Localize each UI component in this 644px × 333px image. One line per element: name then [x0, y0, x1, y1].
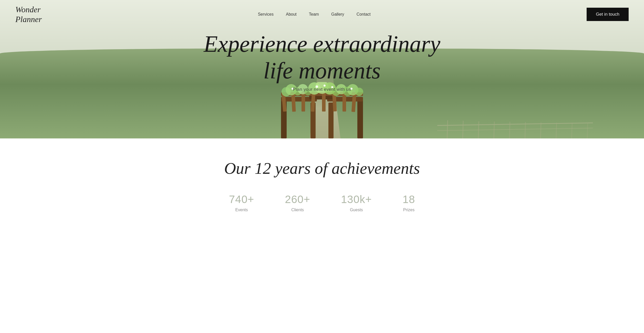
- svg-rect-15: [351, 93, 356, 112]
- svg-line-43: [556, 123, 557, 138]
- get-in-touch-button[interactable]: Get in touch: [587, 8, 629, 21]
- svg-rect-3: [328, 103, 334, 138]
- hero-fence: [386, 118, 644, 138]
- stats-section: Our 12 years of achievements 740+ Events…: [0, 138, 644, 228]
- stat-item-guests: 130k+ Guests: [341, 193, 372, 212]
- hero-title-line2: life moments: [263, 58, 380, 83]
- svg-rect-12: [322, 93, 326, 112]
- stats-grid: 740+ Events 260+ Clients 130k+ Guests 18…: [15, 193, 629, 212]
- hero-title-line1: Experience extraordinary: [204, 31, 440, 57]
- svg-rect-1: [357, 97, 363, 138]
- stat-label-guests: Guests: [350, 208, 363, 212]
- nav-item-services[interactable]: Services: [258, 12, 274, 17]
- logo-line2: Planner: [15, 15, 42, 24]
- nav-item-team[interactable]: Team: [309, 12, 319, 17]
- svg-rect-10: [302, 93, 305, 112]
- nav-link-services[interactable]: Services: [258, 12, 274, 16]
- stat-number-events: 740+: [229, 193, 254, 206]
- stat-item-prizes: 18 Prizes: [403, 193, 415, 212]
- svg-line-36: [447, 120, 448, 138]
- svg-line-34: [437, 123, 593, 125]
- svg-line-35: [437, 128, 593, 131]
- navbar: Wonder Planner Services About Team Galle…: [0, 0, 644, 29]
- logo-line1: Wonder: [15, 5, 40, 14]
- svg-line-42: [541, 122, 541, 138]
- stat-label-prizes: Prizes: [403, 208, 414, 212]
- stat-number-guests: 130k+: [341, 193, 372, 206]
- svg-line-41: [525, 122, 526, 138]
- hero-subtitle: Plan your next event with us: [0, 87, 644, 92]
- stat-number-clients: 260+: [285, 193, 310, 206]
- svg-line-38: [478, 121, 479, 138]
- stat-number-prizes: 18: [403, 193, 415, 206]
- hero-title: Experience extraordinary life moments: [0, 31, 644, 84]
- stat-item-events: 740+ Events: [229, 193, 254, 212]
- svg-line-45: [587, 123, 588, 138]
- stat-label-events: Events: [235, 208, 248, 212]
- svg-line-44: [572, 123, 572, 138]
- nav-item-contact[interactable]: Contact: [357, 12, 371, 17]
- stat-label-clients: Clients: [291, 208, 304, 212]
- svg-rect-9: [291, 93, 296, 112]
- svg-line-40: [510, 122, 510, 138]
- svg-rect-14: [342, 93, 346, 112]
- stat-item-clients: 260+ Clients: [285, 193, 310, 212]
- nav-link-contact[interactable]: Contact: [357, 12, 371, 16]
- svg-line-39: [494, 122, 494, 138]
- nav-links: Services About Team Gallery Contact: [258, 12, 371, 17]
- stats-title: Our 12 years of achievements: [15, 159, 629, 178]
- nav-link-team[interactable]: Team: [309, 12, 319, 16]
- logo[interactable]: Wonder Planner: [15, 5, 42, 24]
- svg-line-37: [463, 121, 463, 138]
- nav-link-gallery[interactable]: Gallery: [331, 12, 344, 16]
- nav-item-gallery[interactable]: Gallery: [331, 12, 344, 17]
- nav-item-about[interactable]: About: [286, 12, 297, 17]
- nav-link-about[interactable]: About: [286, 12, 297, 16]
